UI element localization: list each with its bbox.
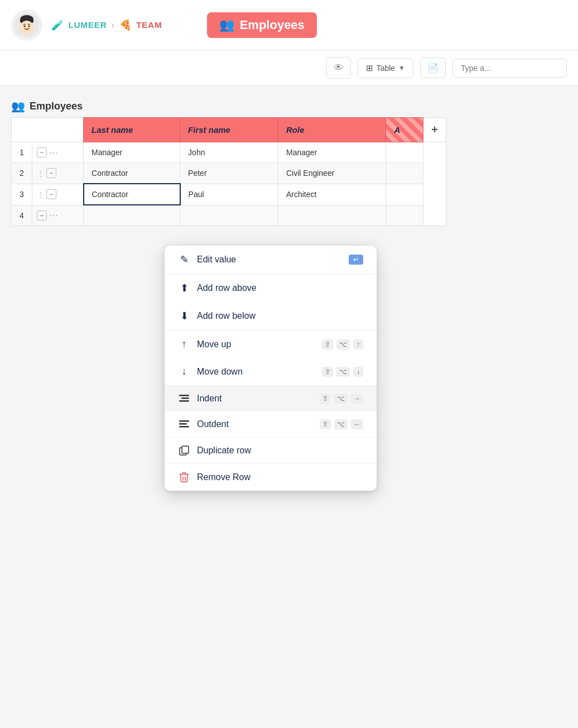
cell-3-4[interactable] (386, 184, 423, 205)
visibility-button[interactable]: 👁 (326, 57, 351, 79)
collapse-btn-4[interactable]: − (37, 210, 47, 221)
row-controls-2: ⋮ − (32, 163, 83, 184)
svg-point-4 (24, 25, 26, 27)
cell-3-2[interactable]: Paul (180, 184, 278, 205)
cell-4-3[interactable] (278, 205, 386, 226)
table-row: 2 ⋮ − Contractor Peter Civil Engineer (12, 163, 446, 184)
svg-rect-8 (179, 400, 189, 402)
table-label: Table (377, 64, 395, 73)
cell-1-3[interactable]: Manager (278, 142, 386, 163)
outdent-icon (178, 419, 190, 429)
trash-icon (178, 472, 190, 483)
col-header-lastname[interactable]: Last name (84, 118, 180, 142)
app-header: 🧪 LUMEER › 🍕 TEAM 👥 Employees (0, 0, 578, 50)
collection-badge[interactable]: 👥 Employees (207, 12, 317, 38)
move-down-icon: ↓ (178, 366, 190, 377)
document-icon: 📄 (427, 63, 439, 73)
table-collection-icon: 👥 (11, 99, 25, 113)
ctx-move-up[interactable]: ↑ Move up ⇧ ⌥ ↑ (165, 331, 377, 358)
collapse-btn-2[interactable]: − (46, 168, 56, 178)
col-header-role[interactable]: Role (278, 118, 386, 142)
cell-1-2[interactable]: John (180, 142, 278, 163)
add-column-button[interactable]: + (423, 118, 446, 142)
indent-icon (178, 394, 190, 404)
ctx-remove-row-label: Remove Row (197, 472, 251, 482)
row-controls-3: ⋮ − (32, 184, 83, 205)
cell-2-3[interactable]: Civil Engineer (278, 163, 386, 184)
row-num-2: 2 (12, 163, 32, 184)
dropdown-icon: ▼ (398, 64, 405, 72)
table-row: 1 − ⋯ Manager John Manager (12, 142, 446, 163)
collection-icon: 👥 (219, 18, 234, 32)
move-up-icon: ↑ (178, 338, 190, 350)
ctx-outdent[interactable]: Outdent ⇧ ⌥ ← (165, 411, 377, 437)
team-icon: 🍕 (119, 19, 132, 31)
ctx-outdent-label: Outdent (197, 419, 229, 429)
cell-2-1[interactable]: Contractor (84, 163, 180, 184)
ctx-indent-label: Indent (197, 394, 221, 404)
ctx-move-up-label: Move up (197, 339, 231, 349)
add-above-icon: ⬆ (178, 282, 190, 294)
cell-1-4[interactable] (386, 142, 423, 163)
eye-icon: 👁 (334, 62, 344, 74)
svg-point-3 (20, 21, 33, 34)
svg-rect-10 (179, 423, 187, 425)
table-row: 3 ⋮ − Contractor Paul Architect (12, 184, 446, 205)
collapse-btn-3[interactable]: − (46, 189, 56, 199)
indent-shortcut: ⇧ ⌥ → (317, 394, 363, 404)
table-title-text: Employees (30, 100, 83, 112)
col-header-firstname[interactable]: First name (180, 118, 278, 142)
cell-4-2[interactable] (180, 205, 278, 226)
breadcrumb-lumeer[interactable]: LUMEER (69, 20, 107, 30)
ctx-add-row-below-label: Add row below (197, 311, 256, 321)
row-dots-2[interactable]: ⋮ (37, 169, 44, 178)
ctx-edit-value[interactable]: ✎ Edit value ↵ (165, 246, 377, 274)
row-controls-4: − ⋯ (32, 205, 83, 226)
breadcrumb: 🧪 LUMEER › 🍕 TEAM (51, 19, 162, 31)
add-below-icon: ⬇ (178, 310, 190, 322)
row-num-3: 3 (12, 184, 32, 205)
type-input[interactable] (452, 59, 567, 78)
col-header-a[interactable]: A (386, 118, 423, 142)
lumeer-icon: 🧪 (51, 19, 64, 31)
svg-point-5 (28, 25, 30, 27)
row-num-1: 1 (12, 142, 32, 163)
row-num-4: 4 (12, 205, 32, 226)
breadcrumb-chevron: › (112, 20, 115, 30)
breadcrumb-team[interactable]: TEAM (136, 20, 162, 30)
avatar (11, 9, 42, 41)
cell-1-1[interactable]: Manager (84, 142, 180, 163)
table-row: 4 − ⋯ (12, 205, 446, 226)
ctx-remove-row[interactable]: Remove Row (165, 464, 377, 491)
table-area: 👥 Employees Last name First name Role A … (0, 86, 578, 240)
document-button[interactable]: 📄 (420, 58, 446, 78)
cell-3-3[interactable]: Architect (278, 184, 386, 205)
row-dots-1[interactable]: ⋯ (49, 147, 58, 158)
table-view-button[interactable]: ⊞ Table ▼ (358, 58, 413, 78)
data-table: Last name First name Role A + 1 − ⋯ Mana… (11, 117, 446, 226)
ctx-add-row-above-label: Add row above (197, 283, 257, 293)
cell-2-4[interactable] (386, 163, 423, 184)
outdent-shortcut: ⇧ ⌥ ← (317, 419, 363, 429)
ctx-move-down-label: Move down (197, 367, 243, 377)
duplicate-icon (178, 446, 190, 456)
edit-shortcut-badge: ↵ (349, 255, 363, 265)
svg-rect-6 (179, 395, 189, 396)
row-dots-3[interactable]: ⋮ (37, 190, 44, 199)
toolbar: 👁 ⊞ Table ▼ 📄 (0, 50, 578, 86)
ctx-move-down[interactable]: ↓ Move down ⇧ ⌥ ↓ (165, 358, 377, 385)
cell-2-2[interactable]: Peter (180, 163, 278, 184)
cell-3-1[interactable]: Contractor (84, 184, 180, 205)
svg-rect-9 (179, 420, 189, 422)
svg-rect-11 (179, 426, 189, 428)
ctx-duplicate-row[interactable]: Duplicate row (165, 438, 377, 463)
row-dots-4[interactable]: ⋯ (49, 210, 58, 221)
ctx-add-row-below[interactable]: ⬇ Add row below (165, 302, 377, 330)
ctx-edit-value-label: Edit value (197, 255, 236, 265)
cell-4-4[interactable] (386, 205, 423, 226)
collapse-btn-1[interactable]: − (37, 147, 47, 157)
ctx-indent[interactable]: Indent ⇧ ⌥ → (165, 386, 377, 411)
ctx-add-row-above[interactable]: ⬆ Add row above (165, 274, 377, 302)
cell-4-1[interactable] (84, 205, 180, 226)
svg-rect-13 (182, 446, 189, 453)
